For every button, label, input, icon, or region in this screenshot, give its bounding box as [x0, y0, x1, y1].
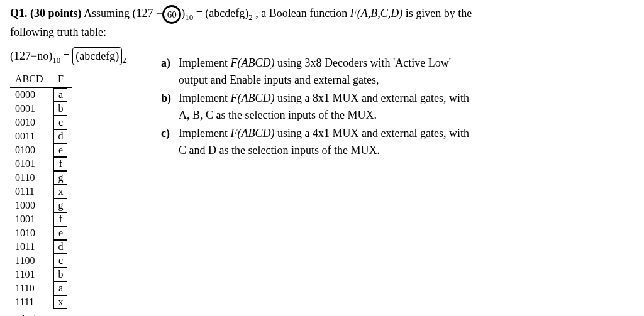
table-row: 0010c [10, 116, 72, 129]
table-row: 1010e [10, 226, 72, 240]
table-cell-f: b [48, 102, 73, 116]
table-cell-f: g [48, 171, 73, 185]
table-cell-f: d [48, 240, 73, 254]
formula-lhs: (127−no) [10, 50, 52, 62]
function-name: F(A,B,C,D) [350, 7, 402, 19]
part-a-label: a) [161, 55, 179, 89]
part-c-line2: C and D as the selection inputs of the M… [179, 144, 380, 156]
table-cell-f: e [48, 143, 73, 157]
part-c-label: c) [161, 125, 179, 159]
part-b-text: Implement F(ABCD) using a 8x1 MUX and ex… [179, 90, 634, 124]
eq-sign: = [196, 7, 206, 19]
dont-care-note: x: don't care [10, 312, 136, 316]
part-c: c) Implement F(ABCD) using a 4x1 MUX and… [161, 125, 634, 159]
left-column: (127−no)10 = (abcdefg)2 ABCD F 0000a0001… [10, 47, 136, 316]
table-row: 0110g [10, 171, 72, 185]
table-cell-f: c [48, 116, 73, 129]
table-row: 1100c [10, 254, 72, 268]
truth-table: ABCD F 0000a0001b0010c0011d0100e0101f011… [10, 71, 72, 309]
table-row: 0011d [10, 129, 72, 143]
expr-rhs: (abcdefg) [205, 7, 248, 19]
part-a-line2: output and Enable inputs and external ga… [179, 74, 379, 86]
f-value: b [53, 268, 67, 281]
f-value: f [53, 157, 67, 171]
part-b-pre: Implement [179, 92, 230, 104]
f-value: e [53, 226, 67, 240]
table-cell-f: g [48, 199, 73, 212]
intro-text-1: Assuming [84, 7, 133, 19]
formula-sub2: 2 [122, 55, 126, 65]
table-cell-f: a [48, 88, 73, 102]
f-value: c [53, 254, 67, 268]
table-row: 0111x [10, 185, 72, 199]
formula-rhs-boxed: (abcdefg) [72, 47, 122, 65]
table-row: 0001b [10, 102, 72, 116]
subscript-2: 2 [248, 13, 253, 22]
table-cell-abcd: 0101 [10, 157, 48, 171]
table-cell-f: x [48, 295, 73, 309]
question-header: Q1. (30 points) Assuming (127 −60)10 = (… [10, 5, 634, 41]
part-c-text: Implement F(ABCD) using a 4x1 MUX and ex… [179, 125, 634, 159]
table-header-abcd: ABCD [10, 71, 48, 88]
table-cell-abcd: 0100 [10, 143, 48, 157]
circled-number: 60 [162, 5, 181, 24]
table-cell-abcd: 0010 [10, 116, 48, 129]
table-cell-abcd: 1100 [10, 254, 48, 268]
f-value: x [53, 295, 67, 309]
part-b-post: using a 8x1 MUX and external gates, with [274, 92, 469, 104]
table-cell-f: f [48, 212, 73, 226]
parts-list: a) Implement F(ABCD) using 3x8 Decoders … [161, 55, 634, 159]
table-cell-f: f [48, 157, 73, 171]
formula-eq: = [64, 50, 73, 62]
table-row: 1101b [10, 268, 72, 281]
f-value: f [53, 212, 67, 226]
table-row: 1001f [10, 212, 72, 226]
table-row: 1111x [10, 295, 72, 309]
part-a-pre: Implement [179, 57, 230, 69]
table-cell-abcd: 1001 [10, 212, 48, 226]
table-cell-abcd: 1011 [10, 240, 48, 254]
part-b-label: b) [161, 90, 179, 124]
f-value: g [53, 199, 67, 212]
part-a-text: Implement F(ABCD) using 3x8 Decoders wit… [179, 55, 634, 89]
part-a: a) Implement F(ABCD) using 3x8 Decoders … [161, 55, 634, 89]
formula-sub10: 10 [52, 55, 60, 65]
table-cell-abcd: 1000 [10, 199, 48, 212]
table-cell-f: c [48, 254, 73, 268]
table-row: 0101f [10, 157, 72, 171]
formula-rhs-text: (abcdefg) [75, 50, 119, 62]
table-cell-f: a [48, 281, 73, 295]
part-c-pre: Implement [179, 127, 230, 139]
table-cell-f: e [48, 226, 73, 240]
intro-text-3: is given by the [406, 7, 472, 19]
f-value: d [53, 129, 67, 143]
formula-line: (127−no)10 = (abcdefg)2 [10, 47, 136, 66]
table-cell-abcd: 1111 [10, 295, 48, 309]
part-c-func: F(ABCD) [230, 127, 274, 139]
table-cell-abcd: 0000 [10, 88, 48, 102]
table-cell-abcd: 0001 [10, 102, 48, 116]
intro-text-2: , a Boolean function [255, 7, 350, 19]
right-column: a) Implement F(ABCD) using 3x8 Decoders … [161, 47, 634, 316]
f-value: a [53, 281, 67, 295]
f-value: x [53, 185, 67, 199]
table-cell-abcd: 1101 [10, 268, 48, 281]
table-cell-f: b [48, 268, 73, 281]
f-value: e [53, 143, 67, 157]
table-cell-abcd: 0110 [10, 171, 48, 185]
part-b-func: F(ABCD) [230, 92, 274, 104]
table-cell-f: x [48, 185, 73, 199]
table-cell-abcd: 1010 [10, 226, 48, 240]
table-cell-abcd: 0111 [10, 185, 48, 199]
f-value: b [53, 102, 67, 116]
f-value: c [53, 116, 67, 129]
part-a-func: F(ABCD) [230, 57, 274, 69]
table-header-row: ABCD F [10, 71, 72, 88]
main-content: (127−no)10 = (abcdefg)2 ABCD F 0000a0001… [10, 47, 634, 316]
expr-lhs-a: (127 − [133, 7, 163, 19]
table-header-f: F [48, 71, 73, 88]
part-b-line2: A, B, C as the selection inputs of the M… [179, 109, 377, 121]
intro-text-4: following truth table: [10, 24, 634, 41]
f-value: d [53, 240, 67, 254]
f-value: g [53, 171, 67, 185]
